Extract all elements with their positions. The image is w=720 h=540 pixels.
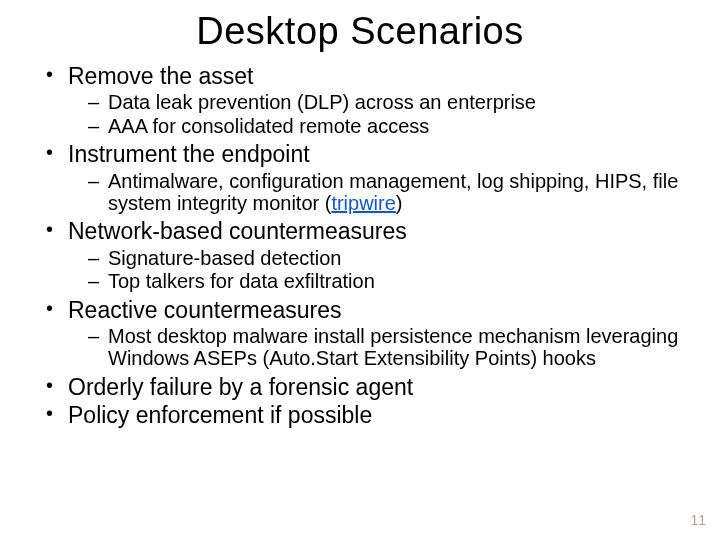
sub-item: Antimalware, configuration management, l… [86,170,690,215]
slide-title: Desktop Scenarios [30,10,690,53]
slide: Desktop Scenarios Remove the asset Data … [0,0,720,540]
bullet-item: Orderly failure by a forensic agent [42,374,690,400]
bullet-item: Reactive countermeasures Most desktop ma… [42,297,690,370]
tripwire-link[interactable]: tripwire [331,192,395,214]
sub-item: Top talkers for data exfiltration [86,270,690,292]
bullet-item: Instrument the endpoint Antimalware, con… [42,141,690,214]
sub-item: AAA for consolidated remote access [86,115,690,137]
sub-item: Data leak prevention (DLP) across an ent… [86,91,690,113]
sub-list: Most desktop malware install persistence… [86,325,690,370]
page-number: 11 [690,512,706,528]
bullet-text: Policy enforcement if possible [68,402,372,428]
bullet-text: Reactive countermeasures [68,297,342,323]
bullet-item: Remove the asset Data leak prevention (D… [42,63,690,137]
sub-item: Signature-based detection [86,247,690,269]
sub-list: Signature-based detection Top talkers fo… [86,247,690,293]
bullet-text: Network-based countermeasures [68,218,407,244]
sub-text-suffix: ) [396,192,403,214]
sub-item: Most desktop malware install persistence… [86,325,690,370]
bullet-item: Policy enforcement if possible [42,402,690,428]
sub-list: Antimalware, configuration management, l… [86,170,690,215]
bullet-list: Remove the asset Data leak prevention (D… [42,63,690,429]
bullet-text: Remove the asset [68,63,253,89]
sub-list: Data leak prevention (DLP) across an ent… [86,91,690,137]
bullet-item: Network-based countermeasures Signature-… [42,218,690,292]
bullet-text: Orderly failure by a forensic agent [68,374,413,400]
bullet-text: Instrument the endpoint [68,141,310,167]
